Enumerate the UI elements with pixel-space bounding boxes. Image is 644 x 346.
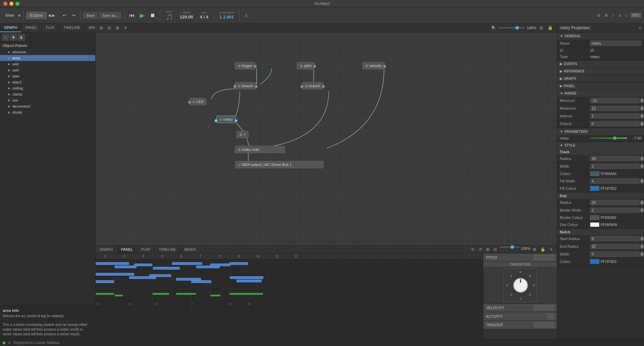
graph-layout-btn-1[interactable]: ⊞ [538,25,544,31]
pitch-field[interactable] [534,255,554,260]
palette-item-asin[interactable]: ▶ asin [0,67,95,73]
toolbar-icon-5[interactable]: □ [624,12,629,18]
palette-item-absolute[interactable]: ▶ absolute [0,49,95,55]
vel-note-2[interactable] [115,295,123,296]
panel-tab-graph[interactable]: GRAPH [96,246,117,253]
lock-btn[interactable]: ⊠ [114,25,120,31]
vel-note-4[interactable] [176,293,196,295]
palette-item-divide[interactable]: ▶ divide [0,109,95,115]
props-section-graph-header[interactable]: ▶ GRAPH [557,75,644,82]
fit-btn[interactable]: ⊞ [98,25,104,31]
port-led-in[interactable] [188,101,191,104]
dial-colour-swatch[interactable] [590,222,599,227]
dial-radius-input[interactable] [590,200,640,205]
note-mid-3[interactable] [149,274,171,277]
dial-border-width-input[interactable] [590,208,640,213]
note-7[interactable] [210,264,230,266]
panel-tab-timeline[interactable]: TIMELINE [155,246,180,253]
toolbar-icon-3[interactable]: ♪ [611,12,615,18]
node-branch2[interactable]: ⊞ branch [302,82,323,90]
vel-note-5[interactable] [210,295,220,296]
notch-colour-swatch[interactable] [590,259,599,264]
props-section-range-header[interactable]: ▼ RANGE [557,90,644,97]
node-branch1[interactable]: ⊞ branch [235,82,256,90]
stop-button[interactable]: ⏹ [148,12,157,19]
vel-note-6[interactable] [229,293,263,295]
graph-area[interactable]: ⊞ trigger ⊞ pitch ⊞ velocity ⊞ branch [96,33,557,245]
panel-zoom-slider[interactable] [499,246,520,248]
node-rotary[interactable]: ⊟ rotary [216,116,236,123]
node-trigger[interactable]: ⊞ trigger [235,62,255,69]
props-section-style-header[interactable]: ▼ STYLE [557,142,644,149]
node-velocity[interactable]: ⊞ velocity [362,62,385,69]
toolbar-icon-1[interactable]: ⊖ [596,12,602,18]
save-as-button[interactable]: Save as... [99,12,121,19]
panel-btn-2[interactable]: ↺ [477,246,483,252]
eclipse-selector[interactable]: Eclipse [26,12,47,19]
fill-colour-swatch[interactable] [590,186,599,191]
trigger-field[interactable] [534,322,554,328]
note-mid-5[interactable] [96,280,114,283]
track-radius-input[interactable] [590,156,640,161]
palette-item-ceiling[interactable]: ▶ ceiling [0,85,95,91]
palette-item-clamp[interactable]: ▶ clamp [0,91,95,97]
dial-border-colour-swatch[interactable] [590,215,599,220]
rewind-button[interactable]: ⏮ [127,12,137,19]
palette-item-acos[interactable]: ▶ acos [0,55,95,61]
velocity-field[interactable] [534,305,554,310]
note-3[interactable] [134,264,152,266]
panel-close-btn[interactable]: ✕ [548,246,554,252]
toolbar-icon-2[interactable]: ⚙ [603,12,609,18]
node-midi-output[interactable]: ◎ MIDI output | IAC Driver Bus 1 [235,161,324,168]
value-slider[interactable] [590,137,627,139]
note-5[interactable] [172,262,202,265]
props-close-btn[interactable]: ✕ [638,26,641,30]
props-section-parameters-header[interactable]: ▼ PARAMETERS [557,128,644,135]
note-mid-1[interactable] [96,273,134,276]
panel-tab-play[interactable]: PLAY [137,246,155,253]
sidebar-btn-1[interactable]: □ [2,34,9,41]
save-button[interactable]: Save [83,12,98,19]
notch-end-radius-input[interactable] [590,244,640,249]
node-make-note[interactable]: ⊞ make note [235,146,285,153]
track-width-input[interactable] [590,164,640,169]
palette-item-cos[interactable]: ▶ cos [0,97,95,103]
tab-panel[interactable]: PANEL [21,23,42,32]
port-branch1-out[interactable] [255,85,258,88]
alert-button[interactable]: ⚠ [242,12,251,19]
close-graph-btn[interactable]: ✕ [122,25,128,31]
palette-item-decrement[interactable]: ▶ decrement [0,103,95,109]
panel-tab-mixer[interactable]: MIXER [180,246,200,253]
zoom-slider[interactable] [498,27,525,28]
notch-width-input[interactable] [590,251,640,257]
fill-width-input[interactable] [590,178,640,184]
tab-timeline[interactable]: TIMELINE [59,23,85,32]
vel-note-1[interactable] [96,293,114,295]
notch-start-radius-input[interactable] [590,236,640,241]
vel-note-3[interactable] [153,293,169,295]
panel-tab-panel[interactable]: PANEL [117,246,137,253]
close-button[interactable] [3,2,7,6]
redo-button[interactable]: ↪ [70,12,77,18]
sidebar-resize-handle[interactable] [642,0,644,346]
panel-btn-1[interactable]: ↻ [470,246,476,252]
port-branch1-in[interactable] [233,85,236,88]
maximize-button[interactable] [15,2,19,6]
panel-btn-4[interactable]: ⊟ [492,246,498,252]
node-pitch[interactable]: ⊞ pitch [297,62,315,69]
panel-lock-btn[interactable]: 🔒 [539,246,547,252]
default-input[interactable] [590,121,640,126]
note-4[interactable] [153,267,180,270]
note-1[interactable] [96,262,129,265]
play-button[interactable]: ▶ [138,11,147,20]
port-rotary-in[interactable] [215,119,217,122]
port-velocity-out[interactable] [383,65,386,68]
bpm-value[interactable]: 120.00 [180,14,193,19]
panel-btn-3[interactable]: ⊞ [485,246,491,252]
note-2[interactable] [115,266,137,268]
node-led[interactable]: ⊟ LED [190,98,207,105]
track-colour-swatch[interactable] [590,171,599,176]
palette-item-add[interactable]: ▶ add [0,61,95,67]
toolbar-icon-4[interactable]: ♬ [617,12,623,18]
name-input[interactable] [590,41,641,46]
